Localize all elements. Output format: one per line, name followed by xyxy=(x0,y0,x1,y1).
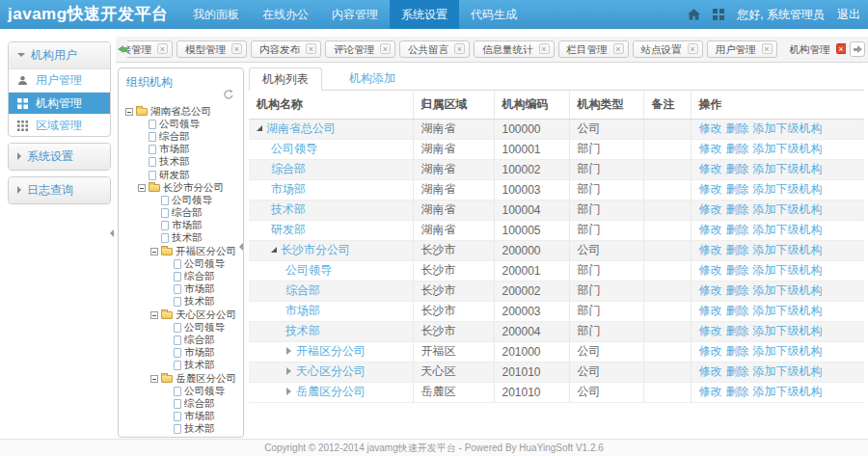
op-delete-link[interactable]: 删除 xyxy=(726,344,749,358)
op-edit-link[interactable]: 修改 xyxy=(699,162,722,175)
tree-node[interactable]: 综合部 xyxy=(123,270,242,282)
op-edit-link[interactable]: 修改 xyxy=(699,223,722,236)
env-tab-info-volume-stats[interactable]: 信息量统计× xyxy=(474,40,555,58)
tree-node[interactable]: 综合部 xyxy=(123,397,242,410)
op-edit-link[interactable]: 修改 xyxy=(699,283,722,297)
org-name-link[interactable]: 市场部 xyxy=(285,304,320,317)
org-name-link[interactable]: 研发部 xyxy=(271,223,306,236)
env-tab-comment-management[interactable]: 评论管理× xyxy=(325,40,395,58)
tree-node[interactable]: 公司领导 xyxy=(123,194,242,206)
sidebar-group-header-org-users[interactable]: 机构用户 xyxy=(9,42,110,68)
op-edit-link[interactable]: 修改 xyxy=(699,182,722,196)
tab-close-icon[interactable]: × xyxy=(688,43,698,54)
env-tab-content-publish[interactable]: 内容发布× xyxy=(251,40,321,58)
op-add-child-link[interactable]: 添加下级机构 xyxy=(753,202,823,216)
op-delete-link[interactable]: 删除 xyxy=(726,324,749,337)
op-delete-link[interactable]: 删除 xyxy=(726,182,749,196)
sidebar-item-area-management[interactable]: 区域管理 xyxy=(9,114,110,136)
op-delete-link[interactable]: 删除 xyxy=(726,121,749,135)
org-name-link[interactable]: 技术部 xyxy=(271,202,306,216)
sidebar-item-user-management[interactable]: 用户管理 xyxy=(9,69,110,92)
org-name-link[interactable]: 开福区分公司 xyxy=(296,344,366,358)
org-name-link[interactable]: 公司领导 xyxy=(285,263,332,277)
tree-toggle-minus-icon[interactable] xyxy=(138,184,146,192)
op-add-child-link[interactable]: 添加下级机构 xyxy=(753,162,823,175)
op-delete-link[interactable]: 删除 xyxy=(726,385,749,398)
env-tab-site-settings[interactable]: 站点设置× xyxy=(633,40,703,58)
nav-item-online-office[interactable]: 在线办公 xyxy=(251,0,320,29)
refresh-icon[interactable] xyxy=(223,89,234,100)
tree-toggle-minus-icon[interactable] xyxy=(125,108,133,116)
org-name-link[interactable]: 综合部 xyxy=(285,283,320,297)
tree-node[interactable]: 公司领导 xyxy=(123,385,242,397)
tree-toggle-minus-icon[interactable] xyxy=(150,311,158,319)
op-add-child-link[interactable]: 添加下级机构 xyxy=(753,364,823,378)
apps-grid-icon[interactable] xyxy=(713,9,724,20)
op-delete-link[interactable]: 删除 xyxy=(726,142,749,155)
tab-close-icon[interactable]: × xyxy=(380,43,391,54)
home-icon[interactable] xyxy=(688,9,700,20)
env-tab-user-management[interactable]: 用户管理× xyxy=(707,40,777,58)
op-delete-link[interactable]: 删除 xyxy=(726,223,749,236)
sidebar-group-header-log-query[interactable]: 日志查询 xyxy=(9,177,110,203)
tree-node[interactable]: 技术部 xyxy=(123,296,242,308)
sidebar-group-header-system-settings[interactable]: 系统设置 xyxy=(9,144,110,170)
org-name-link[interactable]: 综合部 xyxy=(271,162,306,175)
nav-item-system-settings[interactable]: 系统设置 xyxy=(390,0,459,29)
env-tab-model-management[interactable]: 模型管理× xyxy=(176,40,247,58)
op-edit-link[interactable]: 修改 xyxy=(699,142,722,155)
env-tab-column-management[interactable]: 栏目管理× xyxy=(558,40,629,58)
tree-node[interactable]: 公司领导 xyxy=(123,118,242,130)
org-name-link[interactable]: 长沙市分公司 xyxy=(281,243,350,256)
tab-close-icon[interactable]: × xyxy=(836,43,847,54)
expanded-triangle-icon[interactable] xyxy=(271,247,277,253)
tree-node[interactable]: 技术部 xyxy=(123,360,242,372)
op-delete-link[interactable]: 删除 xyxy=(726,202,749,216)
op-add-child-link[interactable]: 添加下级机构 xyxy=(753,182,823,196)
tree-node[interactable]: 天心区分公司 xyxy=(123,308,242,321)
op-add-child-link[interactable]: 添加下级机构 xyxy=(753,121,823,135)
env-tab-org-management[interactable]: 机构管理× xyxy=(781,40,847,58)
tree-node[interactable]: 市场部 xyxy=(123,411,242,423)
org-name-link[interactable]: 公司领导 xyxy=(271,142,317,155)
tree-node[interactable]: 市场部 xyxy=(123,347,242,360)
tab-close-icon[interactable]: × xyxy=(231,43,242,54)
expanded-triangle-icon[interactable] xyxy=(257,125,262,131)
tree-node[interactable]: 市场部 xyxy=(123,283,242,296)
tree-node[interactable]: 公司领导 xyxy=(123,257,242,270)
tree-node[interactable]: 综合部 xyxy=(123,207,242,220)
op-add-child-link[interactable]: 添加下级机构 xyxy=(753,304,823,317)
tree-node[interactable]: 综合部 xyxy=(123,334,242,346)
tab-close-icon[interactable]: × xyxy=(157,43,168,54)
op-add-child-link[interactable]: 添加下级机构 xyxy=(753,283,823,297)
tree-toggle-minus-icon[interactable] xyxy=(150,375,158,383)
tab-close-icon[interactable]: × xyxy=(454,43,465,54)
env-tab-link-management[interactable]: 链接管理× xyxy=(127,40,173,58)
nav-item-content-management[interactable]: 内容管理 xyxy=(320,0,390,29)
tab-close-icon[interactable]: × xyxy=(306,43,316,54)
tab-close-icon[interactable]: × xyxy=(613,43,624,54)
op-delete-link[interactable]: 删除 xyxy=(726,162,749,175)
tree-node[interactable]: 市场部 xyxy=(123,220,242,232)
org-name-link[interactable]: 技术部 xyxy=(285,324,320,337)
nav-item-my-dashboard[interactable]: 我的面板 xyxy=(181,0,251,29)
op-add-child-link[interactable]: 添加下级机构 xyxy=(753,385,823,398)
op-add-child-link[interactable]: 添加下级机构 xyxy=(753,324,823,337)
collapsed-triangle-icon[interactable] xyxy=(286,347,291,355)
org-name-link[interactable]: 市场部 xyxy=(271,182,306,196)
tree-node[interactable]: 岳麓区分公司 xyxy=(123,372,242,385)
op-edit-link[interactable]: 修改 xyxy=(699,324,722,337)
op-edit-link[interactable]: 修改 xyxy=(699,263,722,277)
env-tab-public-message[interactable]: 公共留言× xyxy=(399,40,470,58)
op-edit-link[interactable]: 修改 xyxy=(699,304,722,317)
tab-close-icon[interactable]: × xyxy=(539,43,550,54)
tree-node[interactable]: 研发部 xyxy=(123,169,242,181)
op-edit-link[interactable]: 修改 xyxy=(699,202,722,216)
logout-link[interactable]: 退出 xyxy=(837,7,860,23)
tree-node[interactable]: 长沙市分公司 xyxy=(123,181,242,194)
tab-org-list[interactable]: 机构列表 xyxy=(249,67,322,91)
tab-close-icon[interactable]: × xyxy=(762,43,773,54)
op-delete-link[interactable]: 删除 xyxy=(726,364,749,378)
tree-node[interactable]: 湖南省总公司 xyxy=(123,105,242,118)
collapsed-triangle-icon[interactable] xyxy=(286,388,291,395)
